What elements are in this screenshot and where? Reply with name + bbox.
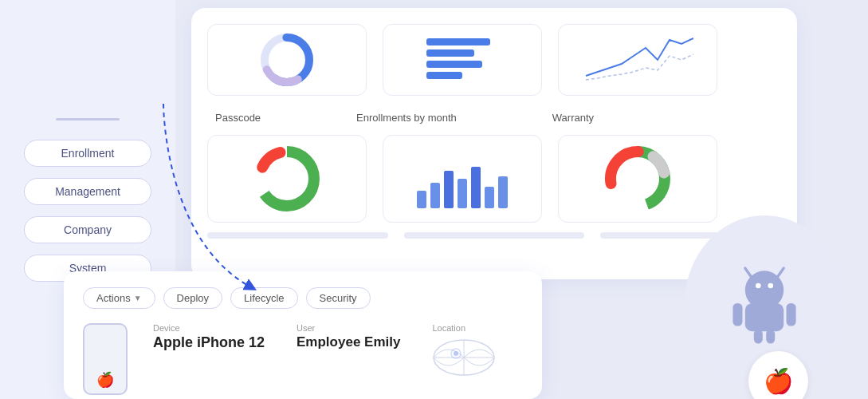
device-details-group: Device Apple iPhone 12 User Employee Emi… <box>153 323 496 377</box>
svg-rect-17 <box>498 176 508 208</box>
chart-card-bar-horizontal <box>383 24 542 96</box>
sidebar-item-management[interactable]: Management <box>24 178 151 205</box>
chart-label-warranty: Warranty <box>552 112 594 124</box>
svg-rect-4 <box>426 38 490 45</box>
sidebar-line-decoration <box>56 118 120 120</box>
chart-label-enrollments: Enrollments by month <box>356 112 457 124</box>
svg-rect-15 <box>471 167 481 208</box>
device-value: Apple iPhone 12 <box>153 334 265 351</box>
android-icon <box>721 259 808 347</box>
svg-point-10 <box>273 164 301 193</box>
svg-rect-12 <box>430 183 440 208</box>
svg-rect-11 <box>417 191 426 208</box>
svg-rect-16 <box>485 187 494 208</box>
arrow-decoration <box>147 96 275 303</box>
sidebar-item-company[interactable]: Company <box>24 216 151 243</box>
dashboard-card: Passcode Enrollments by month Warranty <box>191 8 797 279</box>
svg-point-21 <box>623 164 652 193</box>
chart-card-line <box>558 24 717 96</box>
svg-rect-31 <box>754 330 763 344</box>
svg-rect-14 <box>458 179 467 208</box>
location-label: Location <box>432 323 496 333</box>
tab-security[interactable]: Security <box>306 287 371 309</box>
svg-line-36 <box>778 268 784 277</box>
tab-actions-arrow-icon: ▼ <box>134 294 142 302</box>
tab-actions-label: Actions <box>96 292 131 304</box>
device-detail-location: Location <box>432 323 496 377</box>
svg-point-33 <box>756 283 761 289</box>
chart-card-donut-blue <box>207 24 367 96</box>
chart-card-warranty <box>558 135 717 223</box>
device-label: Device <box>153 323 265 333</box>
svg-rect-29 <box>732 303 742 326</box>
tab-actions[interactable]: Actions ▼ <box>83 287 155 309</box>
map-icon <box>432 338 496 377</box>
charts-row-bottom <box>207 135 781 223</box>
chart-card-enrollments <box>383 135 542 223</box>
svg-rect-7 <box>426 72 462 79</box>
svg-rect-5 <box>426 49 474 57</box>
svg-rect-32 <box>766 330 775 344</box>
sidebar-item-enrollment[interactable]: Enrollment <box>24 140 151 167</box>
device-detail-user: User Employee Emily <box>297 323 400 377</box>
device-phone-illustration: 🍎 <box>83 323 128 395</box>
user-value: Employee Emily <box>297 334 400 350</box>
charts-section-labeled: Passcode Enrollments by month Warranty <box>207 112 781 223</box>
device-info-row: 🍎 Device Apple iPhone 12 User Employee E… <box>83 323 523 395</box>
skeleton-line-2 <box>404 232 585 239</box>
device-detail-device: Device Apple iPhone 12 <box>153 323 265 377</box>
svg-rect-28 <box>745 303 784 331</box>
apple-logo-icon: 🍎 <box>764 367 793 395</box>
user-label: User <box>297 323 400 333</box>
svg-point-25 <box>454 351 458 356</box>
svg-rect-30 <box>787 303 796 326</box>
svg-point-34 <box>768 283 773 289</box>
svg-rect-6 <box>426 61 482 68</box>
apple-logo-small-icon: 🍎 <box>96 371 114 389</box>
charts-row-top <box>207 24 781 96</box>
svg-line-35 <box>745 268 752 277</box>
bottom-card: Actions ▼ Deploy Lifecycle Security 🍎 De… <box>64 271 542 399</box>
skeleton-rows <box>207 232 781 239</box>
svg-rect-13 <box>444 171 454 208</box>
